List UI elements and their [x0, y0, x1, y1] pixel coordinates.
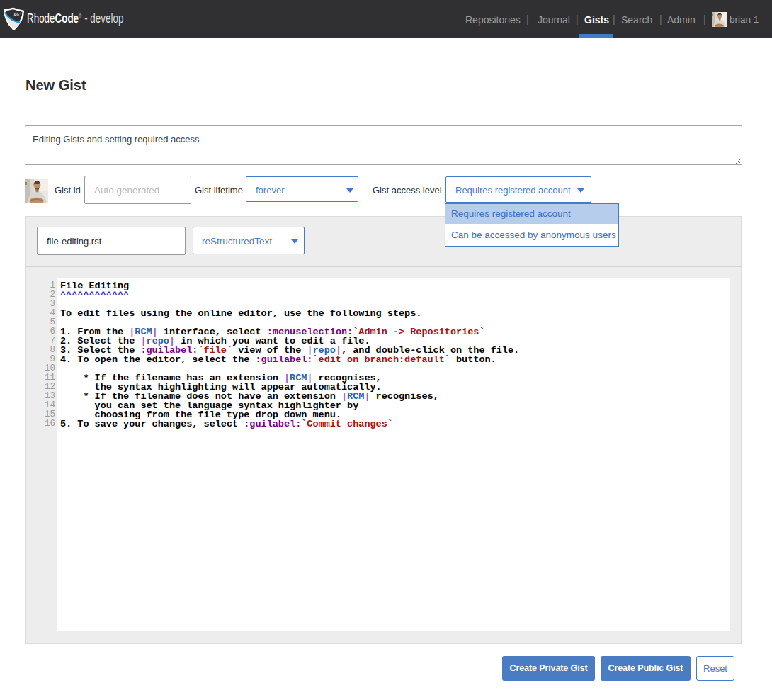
- svg-text:Rh: Rh: [13, 12, 19, 18]
